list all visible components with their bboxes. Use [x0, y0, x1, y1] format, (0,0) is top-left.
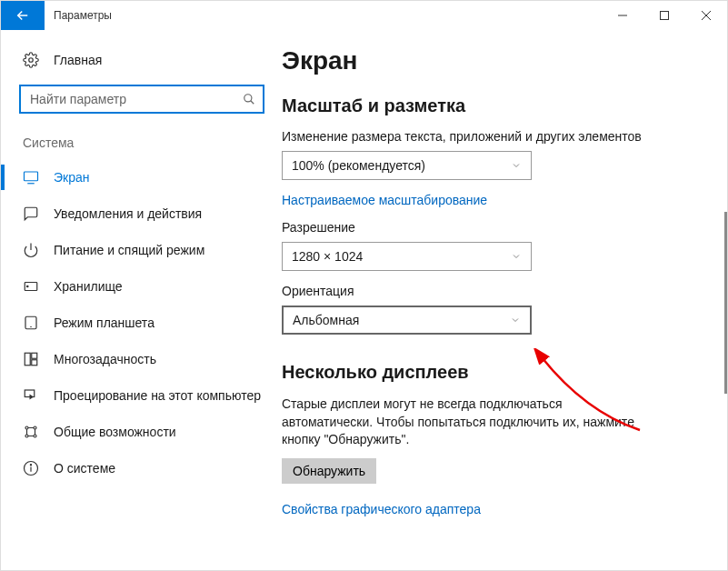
arrow-left-icon [15, 7, 31, 24]
nav-notifications[interactable]: Уведомления и действия [1, 195, 274, 232]
shared-icon [23, 424, 39, 440]
nav-list: Экран Уведомления и действия Питание и с… [1, 159, 274, 486]
orientation-value: Альбомная [293, 313, 359, 327]
svg-rect-14 [25, 353, 30, 366]
orientation-label: Ориентация [282, 284, 727, 298]
gear-icon [23, 52, 39, 68]
back-button[interactable] [1, 1, 45, 30]
minimize-button[interactable] [602, 1, 643, 30]
svg-rect-16 [32, 360, 37, 366]
nav-about[interactable]: О системе [1, 450, 274, 486]
nav-shared[interactable]: Общие возможности [1, 414, 274, 450]
svg-point-24 [30, 465, 31, 466]
nav-label: Проецирование на этот компьютер [54, 388, 261, 403]
nav-label: Хранилище [54, 279, 123, 294]
svg-point-21 [34, 435, 36, 437]
home-link[interactable]: Главная [19, 46, 274, 74]
custom-scaling-link[interactable]: Настраиваемое масштабирование [282, 193, 487, 207]
svg-point-19 [34, 426, 36, 429]
nav-storage[interactable]: Хранилище [1, 268, 274, 305]
main-content: Экран Масштаб и разметка Изменение разме… [278, 30, 727, 570]
svg-point-4 [29, 58, 34, 63]
resolution-label: Разрешение [282, 220, 727, 235]
nav-projecting[interactable]: Проецирование на этот компьютер [1, 377, 274, 414]
window-controls [602, 1, 727, 30]
scrollbar-thumb[interactable] [724, 212, 727, 394]
svg-point-5 [244, 95, 252, 102]
close-icon [702, 11, 711, 20]
chevron-down-icon [511, 160, 522, 171]
titlebar: Параметры [1, 1, 727, 30]
chevron-down-icon [510, 315, 521, 326]
svg-line-6 [251, 101, 254, 105]
close-button[interactable] [685, 1, 727, 30]
resolution-value: 1280 × 1024 [292, 249, 363, 264]
nav-label: Общие возможности [54, 425, 176, 439]
section-label: Система [23, 135, 274, 150]
nav-label: Режим планшета [54, 316, 155, 330]
chevron-down-icon [511, 251, 522, 262]
orientation-dropdown[interactable]: Альбомная [282, 306, 532, 335]
multi-desc: Старые дисплеи могут не всегда подключат… [282, 396, 636, 449]
svg-rect-7 [25, 172, 38, 181]
settings-window: Параметры Главная Найти параметр [0, 0, 728, 571]
nav-display[interactable]: Экран [1, 159, 274, 195]
nav-power[interactable]: Питание и спящий режим [1, 232, 274, 268]
info-icon [23, 460, 39, 476]
scale-label: Изменение размера текста, приложений и д… [282, 129, 727, 144]
project-icon [23, 387, 39, 404]
maximize-icon [660, 11, 669, 20]
minimize-icon [618, 11, 627, 20]
nav-label: Питание и спящий режим [54, 243, 204, 257]
search-placeholder: Найти параметр [30, 92, 243, 106]
nav-multitask[interactable]: Многозадачность [1, 341, 274, 377]
nav-label: Экран [54, 170, 90, 185]
multi-heading: Несколько дисплеев [282, 362, 727, 383]
maximize-button[interactable] [643, 1, 685, 30]
nav-label: Уведомления и действия [54, 206, 202, 221]
resolution-dropdown[interactable]: 1280 × 1024 [282, 242, 532, 271]
home-label: Главная [54, 53, 102, 67]
svg-rect-15 [32, 353, 37, 358]
scale-heading: Масштаб и разметка [282, 95, 727, 116]
tablet-icon [23, 315, 39, 331]
power-icon [23, 242, 39, 258]
scale-dropdown[interactable]: 100% (рекомендуется) [282, 151, 532, 180]
storage-icon [23, 278, 39, 295]
search-icon [243, 93, 255, 105]
detect-button[interactable]: Обнаружить [282, 458, 376, 484]
comment-icon [23, 205, 39, 222]
nav-tablet[interactable]: Режим планшета [1, 305, 274, 341]
multitask-icon [23, 351, 39, 367]
page-title: Экран [282, 46, 727, 75]
scale-value: 100% (рекомендуется) [292, 158, 425, 173]
svg-rect-1 [661, 12, 669, 20]
sidebar: Главная Найти параметр Система Экран Уве… [1, 30, 278, 570]
window-title: Параметры [45, 1, 602, 30]
gpu-properties-link[interactable]: Свойства графического адаптера [282, 502, 727, 516]
svg-point-11 [27, 286, 29, 287]
display-icon [23, 169, 39, 185]
svg-point-20 [25, 435, 28, 437]
search-input[interactable]: Найти параметр [19, 85, 264, 114]
nav-label: О системе [54, 461, 115, 476]
nav-label: Многозадачность [54, 352, 156, 366]
svg-point-18 [25, 426, 28, 429]
